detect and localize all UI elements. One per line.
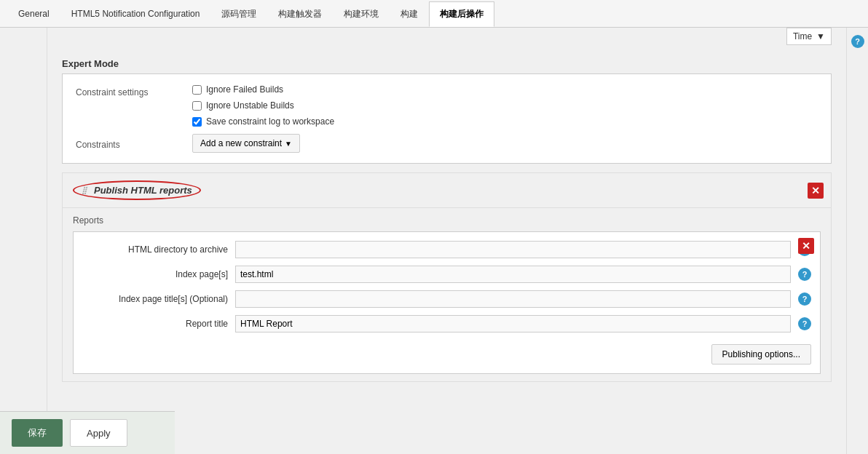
time-select[interactable]: Time ▼ [786, 28, 832, 45]
report-title-input[interactable] [235, 315, 791, 332]
report-title-label: Report title [82, 319, 228, 329]
tab-env[interactable]: 构建环境 [333, 1, 390, 26]
reports-inner: ✕ HTML directory to archive ? Index page… [73, 231, 821, 374]
index-page-title-row: Index page title[s] (Optional) ? [82, 290, 811, 308]
constraints-row: Constraints Add a new constraint ▼ [76, 134, 818, 153]
scroll-area: Time ▼ Expert Mode Constraint settings I… [47, 28, 846, 454]
report-title-row: Report title ? [82, 315, 811, 332]
tab-post[interactable]: 构建后操作 [429, 1, 494, 27]
left-sidebar [0, 28, 47, 454]
add-constraint-arrow: ▼ [285, 140, 292, 148]
right-help-icon-1[interactable]: ? [851, 35, 864, 48]
constraints-label: Constraints [76, 137, 170, 150]
publish-html-reports-title: ⣿ Publish HTML reports [73, 180, 201, 200]
report-title-help-icon[interactable]: ? [798, 317, 811, 330]
expert-mode-label: Expert Mode [62, 58, 832, 69]
html-directory-input[interactable] [235, 241, 791, 258]
tabs-bar: General HTML5 Notification Configuration… [0, 0, 868, 28]
ignore-unstable-builds-label: Ignore Unstable Builds [206, 100, 294, 111]
save-constraint-log-checkbox[interactable] [192, 117, 202, 127]
index-page-input[interactable] [235, 266, 791, 283]
save-constraint-log-item[interactable]: Save constraint log to workspace [192, 116, 334, 127]
save-constraint-log-label: Save constraint log to workspace [206, 116, 334, 127]
right-help-col: ? [846, 28, 868, 454]
tab-source[interactable]: 源码管理 [210, 1, 267, 26]
ignore-failed-builds-checkbox[interactable] [192, 85, 202, 95]
delete-report-button[interactable]: ✕ [798, 238, 814, 254]
html-directory-row: HTML directory to archive ? [82, 241, 811, 258]
index-page-help-icon[interactable]: ? [798, 268, 811, 281]
save-button[interactable]: 保存 [12, 419, 63, 447]
time-select-arrow: ▼ [816, 31, 825, 41]
ignore-failed-builds-label: Ignore Failed Builds [206, 84, 283, 95]
delete-publish-button[interactable]: ✕ [808, 183, 824, 199]
tab-html5[interactable]: HTML5 Notification Configuration [60, 2, 211, 25]
constraint-settings-box: Constraint settings Ignore Failed Builds… [62, 73, 832, 164]
index-page-title-label: Index page title[s] (Optional) [82, 294, 228, 304]
publish-header: ⣿ Publish HTML reports ✕ [63, 173, 831, 208]
index-page-row: Index page[s] ? [82, 266, 811, 283]
index-page-title-input[interactable] [235, 290, 791, 308]
top-bar-row: Time ▼ [47, 28, 846, 52]
checkboxes-col: Ignore Failed Builds Ignore Unstable Bui… [192, 84, 334, 127]
index-page-title-help-icon[interactable]: ? [798, 292, 811, 306]
reports-label: Reports [73, 215, 821, 226]
reports-section: Reports ✕ HTML directory to archive ? In… [63, 208, 831, 381]
constraint-row-checkboxes: Constraint settings Ignore Failed Builds… [76, 84, 818, 127]
time-select-text: Time [793, 31, 812, 41]
index-page-label: Index page[s] [82, 269, 228, 279]
tab-general[interactable]: General [7, 2, 60, 25]
ignore-failed-builds-item[interactable]: Ignore Failed Builds [192, 84, 334, 95]
apply-button[interactable]: Apply [70, 419, 127, 447]
tab-build[interactable]: 构建 [390, 1, 429, 26]
publish-html-reports-label: Publish HTML reports [94, 185, 192, 196]
add-constraint-button[interactable]: Add a new constraint ▼ [192, 134, 300, 153]
constraint-settings-label: Constraint settings [76, 84, 170, 127]
html-directory-label: HTML directory to archive [82, 244, 228, 255]
publishing-options-button[interactable]: Publishing options... [711, 344, 811, 365]
drag-icon: ⣿ [82, 186, 87, 194]
ignore-unstable-builds-checkbox[interactable] [192, 101, 202, 111]
bottom-bar: 保存 Apply [0, 411, 175, 454]
publish-outer: ⣿ Publish HTML reports ✕ Reports ✕ HTML … [62, 172, 832, 382]
tab-triggers[interactable]: 构建触发器 [267, 1, 333, 26]
ignore-unstable-builds-item[interactable]: Ignore Unstable Builds [192, 100, 334, 111]
publish-section-wrapper: ⣿ Publish HTML reports ✕ Reports ✕ HTML … [62, 172, 832, 382]
add-constraint-label: Add a new constraint [200, 138, 282, 148]
